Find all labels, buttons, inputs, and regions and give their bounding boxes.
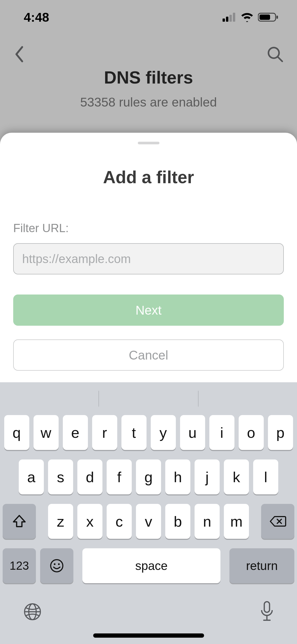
key-m[interactable]: m — [224, 504, 249, 539]
svg-point-11 — [58, 563, 60, 565]
key-s[interactable]: s — [48, 459, 73, 494]
globe-icon[interactable] — [23, 602, 42, 622]
key-b[interactable]: b — [165, 504, 190, 539]
key-c[interactable]: c — [107, 504, 132, 539]
key-a[interactable]: a — [19, 459, 44, 494]
backspace-icon — [269, 515, 286, 528]
home-indicator[interactable] — [93, 633, 204, 638]
key-t[interactable]: t — [121, 415, 147, 450]
key-l[interactable]: l — [253, 459, 278, 494]
ios-keyboard: q w e r t y u i o p a s d f g h j k l — [0, 382, 297, 644]
return-key[interactable]: return — [229, 548, 294, 583]
key-z[interactable]: z — [48, 504, 73, 539]
key-k[interactable]: k — [224, 459, 249, 494]
keyboard-bottom-bar — [0, 601, 297, 623]
filter-url-label: Filter URL: — [13, 222, 284, 235]
keyboard-row-1: q w e r t y u i o p — [3, 415, 294, 450]
keyboard-suggestions-bar — [0, 382, 297, 415]
shift-key[interactable] — [3, 504, 36, 539]
next-button[interactable]: Next — [13, 295, 284, 326]
suggestions-divider — [198, 391, 199, 407]
key-v[interactable]: v — [136, 504, 161, 539]
keyboard-row-3: z x c v b n m — [3, 504, 294, 539]
key-u[interactable]: u — [180, 415, 205, 450]
numbers-key[interactable]: 123 — [3, 548, 36, 583]
shift-icon — [12, 514, 27, 529]
svg-rect-15 — [264, 602, 270, 612]
key-y[interactable]: y — [151, 415, 176, 450]
key-g[interactable]: g — [136, 459, 161, 494]
space-key[interactable]: space — [82, 548, 220, 583]
svg-point-10 — [54, 563, 55, 565]
key-f[interactable]: f — [107, 459, 132, 494]
svg-point-9 — [51, 560, 63, 572]
key-q[interactable]: q — [4, 415, 29, 450]
sheet-title: Add a filter — [13, 167, 284, 187]
cancel-button[interactable]: Cancel — [13, 339, 284, 371]
key-o[interactable]: o — [239, 415, 264, 450]
key-p[interactable]: p — [268, 415, 293, 450]
microphone-icon[interactable] — [260, 601, 274, 623]
keyboard-row-4: 123 space return — [3, 548, 294, 583]
key-j[interactable]: j — [195, 459, 220, 494]
key-h[interactable]: h — [165, 459, 190, 494]
suggestions-divider — [98, 391, 99, 407]
filter-url-input[interactable] — [13, 243, 284, 274]
emoji-key[interactable] — [40, 548, 73, 583]
key-w[interactable]: w — [34, 415, 59, 450]
key-n[interactable]: n — [195, 504, 220, 539]
emoji-icon — [50, 559, 64, 573]
key-d[interactable]: d — [77, 459, 102, 494]
key-r[interactable]: r — [92, 415, 117, 450]
backspace-key[interactable] — [261, 504, 294, 539]
sheet-grabber[interactable] — [138, 142, 159, 144]
key-i[interactable]: i — [209, 415, 234, 450]
key-e[interactable]: e — [63, 415, 88, 450]
key-x[interactable]: x — [77, 504, 102, 539]
keyboard-row-2: a s d f g h j k l — [3, 459, 294, 494]
